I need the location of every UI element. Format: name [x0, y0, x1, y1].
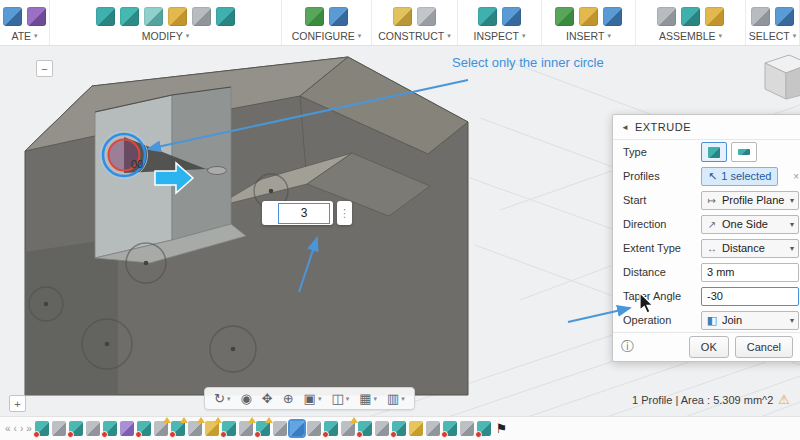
timeline-feature-blue[interactable]	[290, 421, 304, 436]
select-tool-icon[interactable]	[751, 7, 770, 26]
timeline-feature-sketch[interactable]	[443, 421, 457, 436]
menu-select[interactable]: SELECT▾	[749, 30, 796, 42]
timeline-feature-feature[interactable]	[154, 421, 168, 436]
start-dropdown[interactable]: ↦ Profile Plane ▾	[701, 191, 799, 210]
distance-input[interactable]: 3 mm	[701, 263, 799, 282]
variants-icon[interactable]	[329, 7, 348, 26]
dimension-drag-grip[interactable]: ⋮	[337, 201, 352, 225]
profiles-selection-chip[interactable]: ↖ 1 selected	[701, 167, 778, 186]
timeline-feature-sketch[interactable]	[392, 421, 406, 436]
viewport-settings[interactable]: ▥▾	[387, 391, 405, 406]
menu-construct[interactable]: CONSTRUCT▾	[378, 30, 450, 42]
timeline-feature-sketch[interactable]	[477, 421, 491, 436]
timeline-feature-sketch[interactable]	[35, 421, 49, 436]
pan-tool[interactable]: ✥	[262, 391, 273, 406]
fit-tool[interactable]: ▣▾	[304, 391, 322, 406]
timeline-feature-sketch[interactable]	[222, 421, 236, 436]
section-analysis-icon[interactable]	[502, 7, 521, 26]
timeline-feature-feature[interactable]	[341, 421, 355, 436]
timeline-feature-feature[interactable]	[239, 421, 253, 436]
pan-tool-icon: ✥	[262, 391, 273, 406]
create-sketch-icon[interactable]	[3, 7, 22, 26]
error-dot-icon	[390, 431, 397, 438]
fit-tool-icon: ▣	[304, 391, 316, 406]
display-settings[interactable]: ◫▾	[331, 391, 349, 406]
menu-assemble[interactable]: ASSEMBLE▾	[659, 30, 722, 42]
orbit-tool[interactable]: ↻▾	[214, 391, 230, 406]
timeline-feature-purple[interactable]	[120, 421, 134, 436]
timeline-feature-sketch[interactable]	[358, 421, 372, 436]
timeline-feature-sketch[interactable]	[103, 421, 117, 436]
timeline-feature-sketch[interactable]	[256, 421, 270, 436]
menu-assemble-label: ASSEMBLE	[659, 30, 716, 42]
create-form-icon[interactable]	[27, 7, 46, 26]
look-at-tool[interactable]: ◉	[240, 391, 251, 406]
info-icon[interactable]: ⓘ	[621, 338, 634, 356]
offset-face-icon[interactable]	[192, 7, 211, 26]
joint-icon[interactable]	[681, 7, 700, 26]
extrude-type-solid-button[interactable]	[701, 142, 727, 162]
warning-icon: ⚠	[778, 392, 790, 407]
extrude-type-thin-button[interactable]	[731, 142, 757, 162]
zoom-tool[interactable]: ⊕	[283, 391, 294, 406]
warning-triangle-icon	[350, 417, 358, 423]
menu-insert[interactable]: INSERT▾	[566, 30, 611, 42]
press-pull-icon[interactable]	[96, 7, 115, 26]
extent-type-dropdown[interactable]: ↔ Distance ▾	[701, 239, 799, 258]
menu-create[interactable]: ATE▾	[11, 30, 37, 42]
menu-configure[interactable]: CONFIGURE▾	[292, 30, 362, 42]
timeline-feature-sketch[interactable]	[324, 421, 338, 436]
timeline-feature-feature[interactable]	[460, 421, 474, 436]
timeline-playback-control[interactable]: ‹	[14, 423, 17, 434]
timeline-feature-feature[interactable]	[86, 421, 100, 436]
menu-inspect[interactable]: INSPECT▾	[473, 30, 525, 42]
timeline-feature-yellow[interactable]	[205, 421, 219, 436]
distance-dimension-field[interactable]: 3	[278, 203, 330, 224]
extrude-dialog-header: ◄ EXTRUDE	[613, 115, 800, 140]
insert-mesh-icon[interactable]	[579, 7, 598, 26]
new-component-icon[interactable]	[657, 7, 676, 26]
browser-collapse-button[interactable]: −	[36, 60, 53, 77]
model-body[interactable]	[25, 57, 468, 395]
insert-canvas-icon[interactable]	[555, 7, 574, 26]
measure-icon[interactable]	[478, 7, 497, 26]
extrude-manipulator-handle[interactable]	[208, 167, 227, 175]
timeline-feature-feature[interactable]	[273, 421, 287, 436]
insert-decal-icon[interactable]	[603, 7, 622, 26]
timeline-feature-feature[interactable]	[52, 421, 66, 436]
offset-plane-icon[interactable]	[393, 7, 412, 26]
grid-settings[interactable]: ▦▾	[359, 391, 377, 406]
clear-selection-icon[interactable]: ×	[793, 171, 799, 182]
direction-dropdown[interactable]: ↗ One Side ▾	[701, 215, 799, 234]
configuration-table-icon[interactable]	[305, 7, 324, 26]
operation-dropdown[interactable]: ◧ Join ▾	[701, 311, 799, 330]
main-toolbar: ATE▾MODIFY▾CONFIGURE▾CONSTRUCT▾INSPECT▾I…	[0, 0, 800, 46]
combine-icon[interactable]	[168, 7, 187, 26]
ok-button[interactable]: OK	[689, 336, 729, 358]
timeline-feature-feature[interactable]	[188, 421, 202, 436]
error-dot-icon	[322, 431, 329, 438]
timeline-playback-control[interactable]: »	[26, 423, 32, 434]
menu-insert-label: INSERT	[566, 30, 604, 42]
taper-angle-input[interactable]: -30	[701, 287, 799, 306]
timeline-feature-feature[interactable]	[307, 421, 321, 436]
construction-axis-icon[interactable]	[417, 7, 436, 26]
timeline-feature-sketch[interactable]	[69, 421, 83, 436]
timeline-feature-sketch[interactable]	[171, 421, 185, 436]
select-window-icon[interactable]	[775, 7, 794, 26]
timeline-marker-flag[interactable]: ⚑	[496, 421, 508, 436]
timeline-playback-control[interactable]: ›	[20, 423, 23, 434]
timeline-feature-feature[interactable]	[375, 421, 389, 436]
timeline-add-button[interactable]: +	[9, 395, 26, 412]
shell-icon[interactable]	[144, 7, 163, 26]
timeline-playback-control[interactable]: «	[5, 423, 11, 434]
split-body-icon[interactable]	[216, 7, 235, 26]
menu-modify[interactable]: MODIFY▾	[142, 30, 189, 42]
timeline-feature-sketch[interactable]	[137, 421, 151, 436]
fillet-icon[interactable]	[120, 7, 139, 26]
rigid-group-icon[interactable]	[705, 7, 724, 26]
timeline-feature-yellow[interactable]	[409, 421, 423, 436]
cancel-button[interactable]: Cancel	[735, 336, 793, 358]
timeline-feature-feature[interactable]	[426, 421, 440, 436]
dialog-collapse-icon[interactable]: ◄	[621, 123, 629, 132]
